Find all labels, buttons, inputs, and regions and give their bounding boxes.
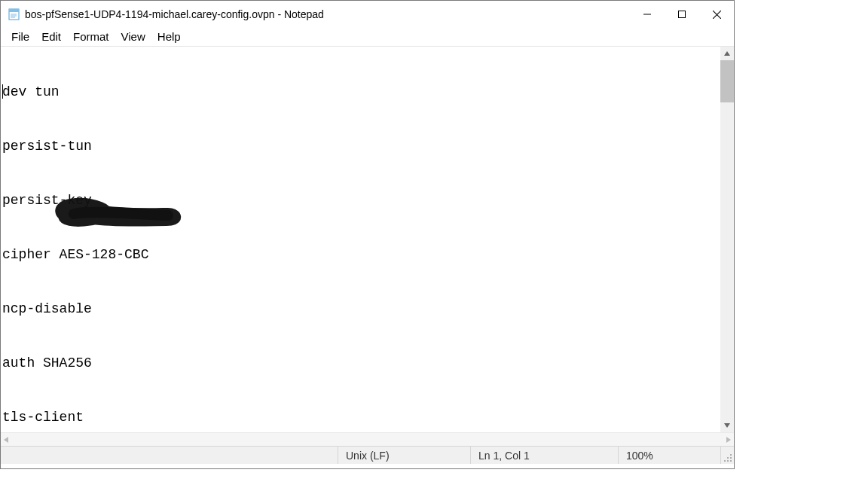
- editor-line: ncp-disable: [2, 300, 719, 318]
- notepad-icon: [8, 8, 20, 20]
- editor-line: dev tun: [2, 84, 60, 99]
- svg-rect-6: [679, 11, 686, 18]
- scroll-up-button[interactable]: [720, 47, 734, 60]
- window-title: bos-pfSense1-UDP4-1194-michael.carey-con…: [25, 8, 630, 20]
- status-spacer: [1, 447, 338, 464]
- scroll-thumb[interactable]: [720, 60, 734, 102]
- status-zoom: 100%: [618, 447, 720, 464]
- scroll-left-button[interactable]: [2, 433, 10, 447]
- minimize-button[interactable]: [630, 1, 665, 28]
- svg-point-10: [727, 457, 729, 459]
- editor-line: cipher AES-128-CBC: [2, 246, 719, 264]
- editor-line: persist-key: [2, 191, 719, 209]
- content-area: dev tun persist-tun persist-key cipher A…: [1, 46, 734, 432]
- status-bar: Unix (LF) Ln 1, Col 1 100%: [1, 446, 734, 464]
- svg-point-9: [730, 454, 732, 456]
- menu-file[interactable]: File: [5, 28, 35, 46]
- menu-edit[interactable]: Edit: [35, 28, 67, 46]
- window-controls: [630, 1, 734, 28]
- title-bar[interactable]: bos-pfSense1-UDP4-1194-michael.carey-con…: [1, 1, 734, 28]
- text-editor[interactable]: dev tun persist-tun persist-key cipher A…: [1, 47, 720, 432]
- vertical-scrollbar[interactable]: [720, 47, 734, 432]
- editor-line: persist-tun: [2, 137, 719, 155]
- menu-help[interactable]: Help: [151, 28, 187, 46]
- editor-line: auth SHA256: [2, 354, 719, 372]
- notepad-window: bos-pfSense1-UDP4-1194-michael.carey-con…: [0, 0, 735, 469]
- horizontal-scrollbar[interactable]: [1, 432, 734, 446]
- maximize-button[interactable]: [665, 1, 699, 28]
- svg-point-12: [724, 460, 726, 462]
- svg-point-13: [727, 460, 729, 462]
- scroll-down-button[interactable]: [720, 419, 734, 432]
- menu-view[interactable]: View: [115, 28, 151, 46]
- scroll-right-button[interactable]: [725, 433, 732, 447]
- close-button[interactable]: [699, 1, 734, 28]
- resize-grip[interactable]: [720, 447, 734, 464]
- status-line-ending: Unix (LF): [338, 447, 470, 464]
- menu-format[interactable]: Format: [67, 28, 115, 46]
- status-cursor-position: Ln 1, Col 1: [470, 447, 618, 464]
- menu-bar: File Edit Format View Help: [1, 28, 734, 46]
- editor-line: tls-client: [2, 408, 719, 426]
- svg-point-11: [730, 457, 732, 459]
- svg-rect-1: [9, 9, 19, 12]
- scroll-track[interactable]: [720, 60, 734, 419]
- svg-point-14: [730, 460, 732, 462]
